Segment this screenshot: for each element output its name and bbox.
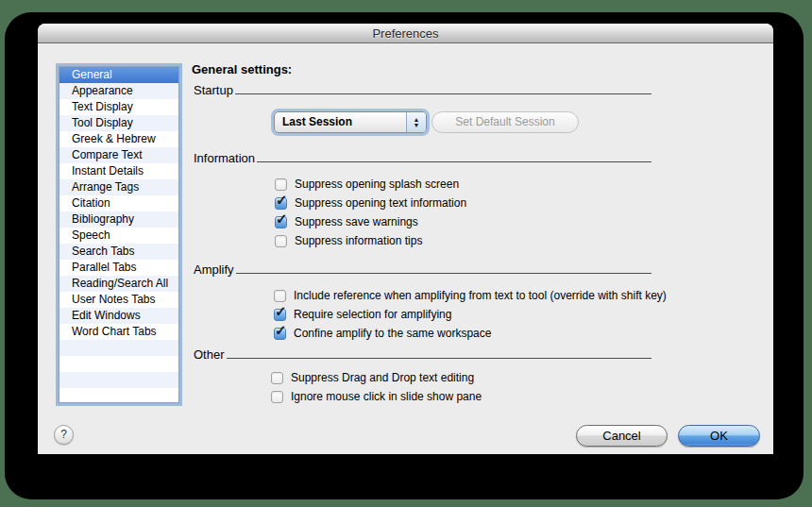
list-empty-row (59, 372, 178, 388)
page-title: General settings: (192, 62, 292, 76)
checkmark-icon: ✓ (275, 322, 287, 339)
window-title: Preferences (372, 26, 438, 41)
list-empty-row (59, 340, 178, 356)
question-mark-icon: ? (60, 428, 67, 441)
preferences-window: Preferences General Appearance Text Disp… (38, 24, 773, 454)
startup-session-select[interactable]: Last Session ▲ ▼ (274, 111, 427, 133)
checkbox-box[interactable]: ✓ (274, 290, 286, 302)
checkbox-ignore-mouse-click-slide-show-pane[interactable]: ✓ Ignore mouse click in slide show pane (271, 387, 482, 406)
checkmark-icon: ✓ (275, 303, 287, 320)
sidebar-item-greek-hebrew[interactable]: Greek & Hebrew (59, 131, 178, 147)
sidebar-item-text-display[interactable]: Text Display (59, 99, 178, 115)
checkbox-suppress-drag-drop-text-editing[interactable]: ✓ Suppress Drag and Drop text editing (271, 368, 482, 387)
information-checkbox-group: ✓ Suppress opening splash screen ✓ Suppr… (275, 175, 466, 250)
checkbox-box[interactable]: ✓ (274, 309, 286, 321)
sidebar-item-edit-windows[interactable]: Edit Windows (59, 308, 178, 324)
selected-session-value: Last Session (275, 112, 406, 132)
cancel-button[interactable]: Cancel (576, 425, 668, 447)
sidebar-item-instant-details[interactable]: Instant Details (59, 163, 178, 179)
list-empty-row (59, 356, 178, 372)
sidebar-item-general[interactable]: General (59, 67, 178, 83)
checkbox-require-selection-for-amplifying[interactable]: ✓ Require selection for amplifying (274, 305, 667, 324)
checkbox-box[interactable]: ✓ (271, 391, 283, 403)
popup-stepper-icon: ▲ ▼ (406, 112, 426, 132)
section-header-other: Other (194, 346, 651, 362)
sidebar-item-word-chart-tabs[interactable]: Word Chart Tabs (59, 324, 178, 340)
section-header-amplify: Amplify (194, 261, 651, 277)
sidebar-item-speech[interactable]: Speech (59, 228, 178, 244)
checkbox-label: Confine amplify to the same workspace (294, 327, 491, 340)
section-title: Startup (194, 83, 233, 97)
ok-button[interactable]: OK (678, 425, 760, 447)
section-divider (235, 93, 651, 94)
checkbox-box[interactable]: ✓ (271, 372, 283, 384)
sidebar-item-parallel-tabs[interactable]: Parallel Tabs (59, 260, 178, 276)
checkbox-include-reference-when-amplifying[interactable]: ✓ Include reference when amplifying from… (274, 286, 667, 305)
sidebar-item-compare-text[interactable]: Compare Text (59, 147, 178, 163)
checkbox-suppress-information-tips[interactable]: ✓ Suppress information tips (275, 231, 466, 250)
sidebar-item-citation[interactable]: Citation (59, 195, 178, 211)
section-divider (257, 161, 651, 162)
section-divider (236, 273, 651, 274)
title-bar[interactable]: Preferences (38, 24, 773, 43)
sidebar-item-search-tabs[interactable]: Search Tabs (59, 244, 178, 260)
checkbox-suppress-opening-text-information[interactable]: ✓ Suppress opening text information (275, 194, 466, 212)
preferences-category-list: General Appearance Text Display Tool Dis… (59, 66, 179, 403)
list-empty-row (59, 388, 178, 403)
checkbox-box[interactable]: ✓ (275, 216, 287, 228)
section-divider (227, 358, 651, 359)
sidebar-item-reading-search-all[interactable]: Reading/Search All (59, 276, 178, 292)
checkbox-label: Include reference when amplifying from t… (294, 289, 667, 302)
sidebar-item-arrange-tags[interactable]: Arrange Tags (59, 179, 178, 195)
checkmark-icon: ✓ (276, 192, 288, 209)
checkbox-box[interactable]: ✓ (274, 328, 286, 340)
checkbox-label: Ignore mouse click in slide show pane (291, 390, 482, 403)
section-title: Amplify (194, 262, 234, 277)
checkbox-label: Suppress information tips (295, 234, 422, 247)
other-checkbox-group: ✓ Suppress Drag and Drop text editing ✓ … (271, 368, 482, 406)
section-title: Other (194, 347, 225, 362)
checkbox-box[interactable]: ✓ (275, 178, 287, 191)
checkbox-label: Suppress Drag and Drop text editing (291, 371, 474, 384)
checkbox-confine-amplify-same-workspace[interactable]: ✓ Confine amplify to the same workspace (274, 324, 667, 343)
help-button[interactable]: ? (54, 425, 74, 445)
checkbox-suppress-opening-splash-screen[interactable]: ✓ Suppress opening splash screen (275, 175, 466, 194)
checkbox-label: Require selection for amplifying (294, 308, 451, 321)
chevron-down-icon: ▼ (414, 123, 420, 128)
section-header-startup: Startup (194, 81, 651, 97)
amplify-checkbox-group: ✓ Include reference when amplifying from… (274, 286, 667, 343)
sidebar-item-user-notes-tabs[interactable]: User Notes Tabs (59, 292, 178, 308)
checkmark-icon: ✓ (276, 211, 288, 228)
checkbox-box[interactable]: ✓ (275, 235, 287, 247)
section-header-information: Information (194, 149, 651, 165)
checkbox-label: Suppress save warnings (295, 215, 418, 228)
sidebar-item-bibliography[interactable]: Bibliography (59, 211, 178, 228)
checkbox-label: Suppress opening splash screen (295, 177, 459, 191)
checkbox-suppress-save-warnings[interactable]: ✓ Suppress save warnings (275, 212, 466, 231)
set-default-session-button: Set Default Session (431, 111, 579, 133)
checkbox-box[interactable]: ✓ (275, 197, 287, 210)
sidebar-item-appearance[interactable]: Appearance (59, 83, 178, 99)
sidebar-item-tool-display[interactable]: Tool Display (59, 115, 178, 131)
checkbox-label: Suppress opening text information (295, 196, 466, 210)
section-title: Information (194, 151, 255, 165)
